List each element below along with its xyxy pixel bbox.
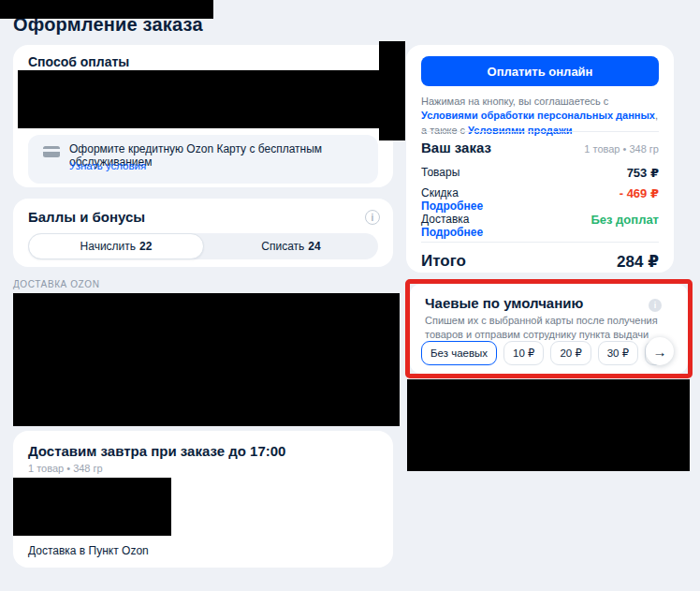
summary-row-discount: Скидка - 469 ₽ <box>421 186 659 200</box>
discount-value: - 469 ₽ <box>620 186 659 200</box>
legal-prefix: Нажимая на кнопку, вы соглашаетесь с <box>421 96 608 107</box>
redacted-block-address <box>13 293 400 426</box>
shipping-value: Без доплат <box>591 213 659 227</box>
total-value: 284 ₽ <box>617 252 659 272</box>
redacted-block-payment <box>18 70 384 128</box>
accrue-label: Начислить <box>80 240 136 253</box>
shipping-label: Доставка <box>421 213 470 227</box>
order-header: Ваш заказ 1 товар • 348 гр <box>421 140 659 155</box>
info-glyph: i <box>372 213 374 223</box>
payment-method-title: Способ оплаты <box>28 54 129 69</box>
redacted-block-top <box>0 0 213 19</box>
bonus-card: Баллы и бонусы i Начислить 22 Списать 24 <box>13 199 393 267</box>
summary-row-items: Товары 753 ₽ <box>421 166 659 180</box>
spend-label: Списать <box>261 240 304 253</box>
order-summary-card: Оплатить онлайн Нажимая на кнопку, вы со… <box>406 45 674 273</box>
divider <box>421 131 659 132</box>
toggle-spend[interactable]: Списать 24 <box>204 233 378 259</box>
spend-value: 24 <box>308 240 320 253</box>
delivery-method: Доставка в Пункт Ozon <box>28 544 149 557</box>
order-title: Ваш заказ <box>421 140 491 155</box>
accrue-value: 22 <box>139 240 152 253</box>
delivery-section-label: ДОСТАВКА OZON <box>13 279 100 289</box>
total-label: Итого <box>421 252 466 272</box>
pay-online-button[interactable]: Оплатить онлайн <box>421 56 659 86</box>
credit-card-icon <box>43 146 60 157</box>
offer-terms-link[interactable]: Узнать условия <box>69 160 146 171</box>
legal-link-personal-data[interactable]: Условиями обработки персональных данных <box>421 110 655 121</box>
delivery-subtitle: 1 товар • 348 гр <box>28 463 103 474</box>
toggle-accrue[interactable]: Начислить 22 <box>28 233 204 259</box>
order-meta: 1 товар • 348 гр <box>584 143 659 155</box>
items-value: 753 ₽ <box>627 166 659 180</box>
delivery-title: Доставим завтра при заказе до 17:00 <box>28 443 285 459</box>
chips-scroll-right-button[interactable]: → <box>646 337 674 365</box>
redacted-block-product <box>13 478 171 536</box>
redacted-block-bottom-right <box>407 379 690 471</box>
discount-details-link[interactable]: Подробнее <box>421 199 483 213</box>
arrow-right-icon: → <box>653 344 667 360</box>
legal-link-sales-terms[interactable]: Условиями продажи <box>468 125 572 136</box>
info-icon[interactable]: i <box>365 210 380 225</box>
bonus-toggle: Начислить 22 Списать 24 <box>28 233 378 259</box>
summary-row-total: Итого 284 ₽ <box>421 252 659 272</box>
discount-label: Скидка <box>421 186 459 200</box>
bonus-title: Баллы и бонусы <box>28 209 145 225</box>
items-label: Товары <box>421 166 459 180</box>
divider <box>421 242 659 243</box>
annotation-highlight-box <box>405 279 693 378</box>
ozon-card-offer-banner: Оформите кредитную Ozon Карту с бесплатн… <box>28 135 378 184</box>
shipping-details-link[interactable]: Подробнее <box>421 226 483 239</box>
summary-row-shipping: Доставка Без доплат <box>421 213 659 227</box>
